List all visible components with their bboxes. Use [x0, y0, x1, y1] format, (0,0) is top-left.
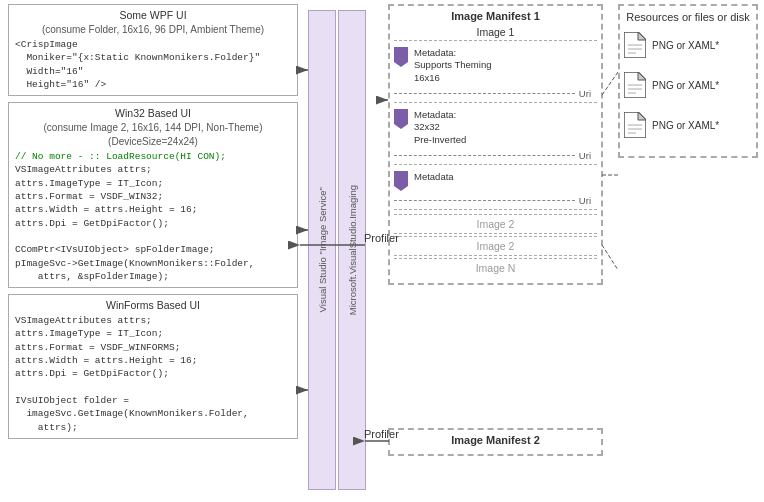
resource-item-3: PNG or XAML* [624, 112, 752, 138]
svg-marker-1 [394, 109, 408, 129]
image-n-title: Image N [394, 262, 597, 274]
manifest1-title: Image Manifest 1 [394, 10, 597, 22]
metadata3-text: Metadata [414, 171, 454, 183]
uri2-dashed-line [394, 155, 575, 156]
wpf-subtitle: (consume Folder, 16x16, 96 DPI, Ambient … [15, 24, 291, 35]
resource-label-1: PNG or XAML* [652, 40, 719, 51]
uri1-label: Uri [579, 88, 591, 99]
winforms-title: WinForms Based UI [15, 299, 291, 311]
win32-code: // No more - :: LoadResource(HI CON); VS… [15, 150, 291, 283]
metadata2-row: Metadata:32x32Pre-Inverted [394, 107, 597, 148]
uri3-row: Uri [394, 195, 597, 210]
manifest2-panel: Image Manifest 2 [388, 428, 603, 456]
manifest1-panel: Image Manifest 1 Image 1 Metadata:Suppor… [388, 4, 603, 285]
svg-line-27 [602, 245, 618, 270]
resource-label-2: PNG or XAML* [652, 80, 719, 91]
winforms-code: VSImageAttributes attrs; attrs.ImageType… [15, 314, 291, 434]
svg-marker-4 [638, 32, 646, 40]
win32-subtitle2: (DeviceSize=24x24) [15, 136, 291, 147]
file-icon-3 [624, 112, 646, 138]
metadata2-text: Metadata:32x32Pre-Inverted [414, 109, 466, 146]
uri3-label: Uri [579, 195, 591, 206]
resource-label-3: PNG or XAML* [652, 120, 719, 131]
svg-marker-14 [638, 112, 646, 120]
image2-title: Image 2 [394, 218, 597, 230]
image2-empty-section: Image 2 [394, 236, 597, 256]
metadata1-text: Metadata:Supports Theming16x16 [414, 47, 491, 84]
image-service-label: Visual Studio "Image Service" [317, 187, 328, 312]
metadata3-row: Metadata [394, 169, 597, 193]
uri1-dashed-line [394, 93, 575, 94]
resources-panel: Resources or files or disk PNG or XAML* [618, 4, 758, 158]
resource-item-2: PNG or XAML* [624, 72, 752, 98]
uri1-row: Uri [394, 88, 597, 103]
image-service-bar: Visual Studio "Image Service" [308, 10, 336, 490]
imaging-label: Microsoft.VisualStudio.Imaging [347, 185, 358, 315]
metadata1-row: Metadata:Supports Theming16x16 [394, 45, 597, 86]
win32-subtitle: (consume Image 2, 16x16, 144 DPI, Non-Th… [15, 122, 291, 133]
wpf-code: <CrispImage Moniker="{x:Static KnownMoni… [15, 38, 291, 91]
image2-empty-title: Image 2 [394, 240, 597, 252]
image2-section: Image 2 [394, 214, 597, 234]
tag-icon-2 [394, 109, 410, 129]
left-panel: Some WPF UI (consume Folder, 16x16, 96 D… [8, 4, 298, 445]
service-bars: Visual Studio "Image Service" Microsoft.… [308, 0, 378, 502]
winforms-box: WinForms Based UI VSImageAttributes attr… [8, 294, 298, 439]
file-icon-1 [624, 32, 646, 58]
svg-line-25 [602, 72, 618, 95]
svg-marker-0 [394, 47, 408, 67]
win32-box: Win32 Based UI (consume Image 2, 16x16, … [8, 102, 298, 288]
wpf-title: Some WPF UI [15, 9, 291, 21]
uri2-label: Uri [579, 150, 591, 161]
manifest2-title: Image Manifest 2 [394, 434, 597, 446]
diagram-container: Some WPF UI (consume Folder, 16x16, 96 D… [0, 0, 764, 502]
image-n-section: Image N [394, 258, 597, 277]
uri3-dashed-line [394, 200, 575, 201]
tag-icon-3 [394, 171, 410, 191]
file-icon-2 [624, 72, 646, 98]
resource-item-1: PNG or XAML* [624, 32, 752, 58]
win32-title: Win32 Based UI [15, 107, 291, 119]
resources-title: Resources or files or disk [624, 10, 752, 24]
wpf-box: Some WPF UI (consume Folder, 16x16, 96 D… [8, 4, 298, 96]
tag-icon-1 [394, 47, 410, 67]
image1-title: Image 1 [394, 26, 597, 41]
uri2-row: Uri [394, 150, 597, 165]
svg-marker-9 [638, 72, 646, 80]
imaging-bar: Microsoft.VisualStudio.Imaging [338, 10, 366, 490]
svg-marker-2 [394, 171, 408, 191]
